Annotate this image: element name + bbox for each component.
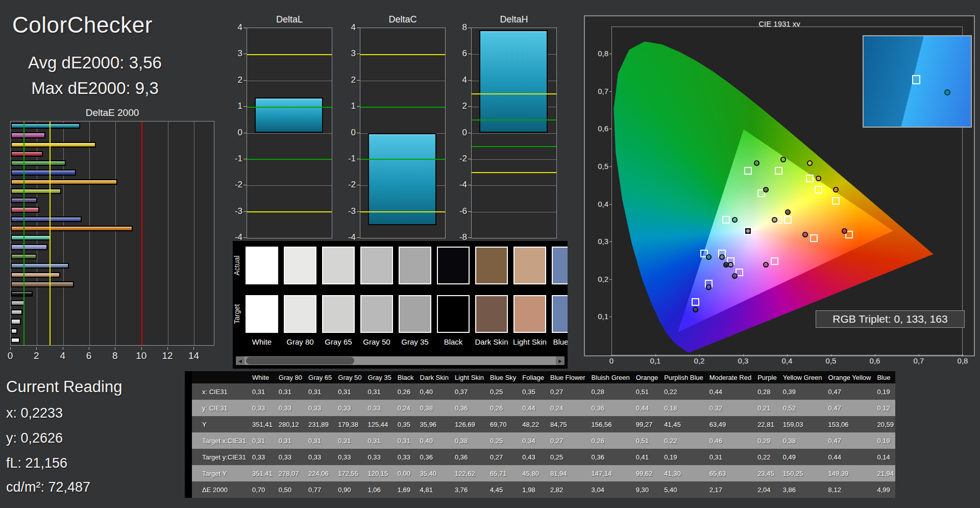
target-marker-moderate-red	[810, 234, 818, 242]
cie-y-tick-label: 0,1	[590, 312, 608, 321]
table-cell: 0,27	[547, 432, 589, 449]
deltaC-title: DeltaC	[345, 14, 461, 25]
cie-x-tick	[743, 354, 744, 356]
measured-marker-foliage	[763, 187, 769, 192]
reading-cdm2: cd/m²: 72,487	[6, 479, 90, 495]
y-tick	[468, 133, 471, 133]
deltaH-title: DeltaH	[456, 14, 572, 25]
cie-x-tick-label: 0,4	[779, 356, 795, 365]
table-row: Target Y351,41278,07224,06172,55120,150,…	[192, 465, 895, 481]
measured-marker-orange	[833, 187, 839, 192]
table-cell: 63,49	[706, 416, 754, 432]
table-cell: 0,31	[249, 432, 276, 449]
scroll-left-button[interactable]: ◄	[236, 356, 244, 365]
table-cell: 99,27	[633, 416, 661, 432]
cie-y-tick-label: 0,2	[590, 275, 608, 283]
measured-marker-moderate-red	[802, 232, 808, 237]
swatch-row-label-actual: Actual	[233, 254, 241, 277]
de-bar-bluish-green	[11, 235, 51, 240]
swatch-target-dark-skin	[475, 295, 508, 333]
table-cell: 0,33	[335, 400, 364, 416]
table-col-header: Foliage	[519, 371, 547, 383]
swatch-target-gray-35	[399, 295, 431, 333]
table-cell: 0,31	[249, 383, 276, 400]
y-tick	[357, 133, 360, 133]
swatch-panel: ActualTargetWhiteGray 80Gray 65Gray 50Gr…	[233, 241, 568, 369]
y-tick	[468, 106, 471, 107]
cie-x-tick-label: 0,7	[911, 356, 926, 365]
deltae-x-axis: 02468101214	[0, 347, 225, 362]
y-tick	[357, 237, 360, 238]
table-cell: 159,03	[780, 416, 825, 432]
target-marker-dark-skin	[784, 216, 792, 224]
ref-line	[472, 146, 556, 147]
measured-marker-blue	[693, 307, 698, 312]
cie-x-tick-label: 0,2	[692, 356, 707, 365]
cie-y-tick-label: 0,8	[590, 49, 608, 58]
table-cell: 0,36	[589, 400, 633, 416]
cie-x-tick	[919, 354, 919, 356]
table-cell: 0,26	[487, 400, 519, 416]
gridline	[472, 133, 556, 134]
table-cell: 9,30	[633, 481, 661, 498]
table-cell: 0,29	[754, 432, 780, 449]
table-row: x: CIE310,310,310,310,310,310,260,400,37…	[192, 383, 895, 400]
table-cell: 0,26	[395, 383, 417, 400]
table-cell: 41,30	[661, 465, 706, 481]
cie-x-tick	[699, 354, 700, 356]
table-cell: 35,40	[417, 465, 452, 481]
table-cell: 0,35	[519, 383, 547, 400]
table-cell: 150,25	[780, 465, 825, 481]
table-cell: 147,14	[589, 465, 633, 481]
table-cell: 1,98	[519, 481, 547, 498]
table-col-header: Blue Flower	[547, 371, 589, 383]
deltaH-bar	[479, 30, 548, 133]
table-col-header: Bluish Green	[589, 371, 633, 383]
ref-line	[360, 159, 445, 160]
table-cell: 0,70	[249, 481, 276, 498]
measured-marker-red	[842, 228, 847, 234]
ref-line	[360, 107, 445, 108]
swatch-scrollbar-thumb[interactable]	[246, 357, 354, 365]
table-cell: 65,63	[706, 465, 754, 481]
ref-line	[472, 119, 556, 120]
page-title: ColorChecker	[12, 12, 153, 38]
table-cell: 0,27	[547, 383, 589, 400]
y-tick-label: 2	[223, 75, 242, 85]
table-cell: 4,99	[874, 481, 895, 498]
table-cell: 0,22	[661, 383, 706, 400]
gridline	[472, 159, 556, 160]
de-bar-white	[11, 337, 20, 343]
swatch-target-black	[437, 295, 470, 333]
table-cell: 0,41	[633, 449, 661, 465]
de-bar-orange	[11, 226, 133, 231]
table-col-header: Gray 65	[305, 371, 335, 383]
table-cell: 0,33	[305, 400, 335, 416]
reading-fl: fL: 21,156	[6, 455, 67, 471]
table-cell: 0,34	[519, 432, 547, 449]
x-tick	[141, 347, 142, 350]
y-tick-label: -4	[448, 180, 467, 190]
table-row-label: y: CIE31	[192, 400, 249, 416]
de-bar-blue-sky	[11, 263, 69, 269]
table-col-header: Orange Yellow	[825, 371, 874, 383]
table-cell: 0,36	[417, 449, 452, 465]
cie-x-tick	[831, 354, 831, 356]
measured-marker-yellow-green	[780, 157, 786, 162]
scroll-right-button[interactable]: ►	[556, 356, 565, 365]
y-tick-label: 8	[448, 22, 467, 33]
table-cell: 0,28	[754, 383, 780, 400]
y-tick	[243, 185, 247, 185]
table-cell: 0,36	[452, 400, 487, 416]
table-cell: 20,59	[874, 416, 895, 432]
table-cell: 0,31	[276, 432, 305, 449]
table-cell: 4,45	[487, 481, 519, 498]
measured-marker-purplish-blue	[706, 284, 712, 290]
table-left-strip	[185, 371, 192, 498]
y-tick-label: 1	[223, 101, 242, 111]
table-cell: 0,33	[335, 449, 364, 465]
measured-marker-blue-flower	[728, 262, 733, 268]
table-cell: 0,39	[780, 383, 825, 400]
table-cell: 0,35	[395, 416, 417, 432]
de-bar-black	[11, 291, 33, 297]
